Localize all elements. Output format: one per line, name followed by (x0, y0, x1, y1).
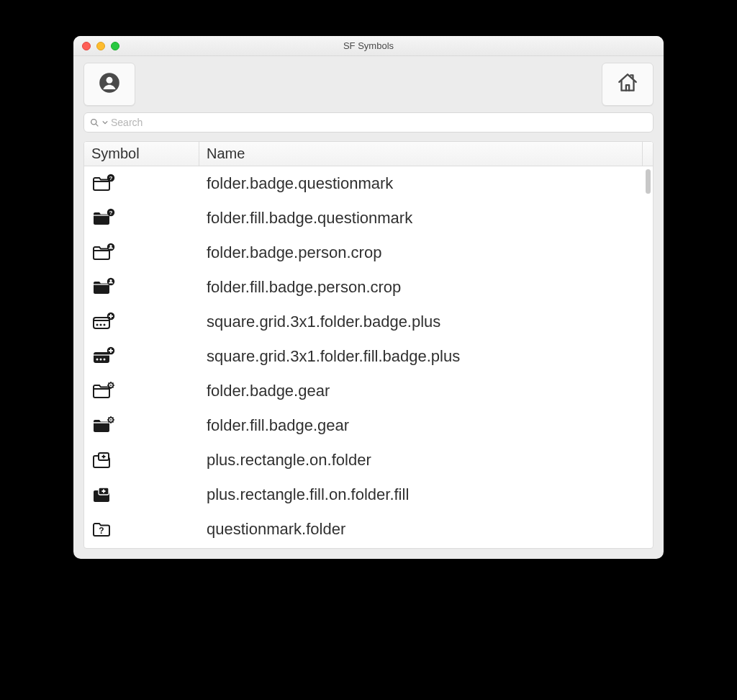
symbol-cell (84, 208, 199, 228)
house-icon (615, 71, 640, 98)
name-cell: folder.badge.questionmark (199, 174, 653, 193)
table-row[interactable]: folder.fill.badge.person.crop (84, 270, 653, 305)
name-cell: folder.badge.person.crop (199, 243, 653, 262)
column-header-name[interactable]: Name (199, 142, 643, 166)
table-row[interactable]: folder.badge.questionmark (84, 166, 653, 201)
name-cell: plus.rectangle.on.folder (199, 451, 653, 470)
symbol-cell (84, 519, 199, 539)
toolbar (73, 56, 664, 112)
symbol-cell (84, 416, 199, 436)
folder-fill-badge-gear-icon (91, 416, 116, 436)
name-cell: folder.fill.badge.questionmark (199, 209, 653, 228)
table-row[interactable]: plus.rectangle.fill.on.folder.fill (84, 477, 653, 512)
table-row[interactable]: questionmark.folder (84, 512, 653, 547)
svg-point-2 (91, 119, 96, 124)
name-cell: square.grid.3x1.folder.fill.badge.plus (199, 347, 653, 366)
profile-button[interactable] (83, 63, 135, 106)
window-controls (73, 42, 119, 50)
name-cell: folder.fill.badge.person.crop (199, 278, 653, 297)
symbol-cell (84, 277, 199, 297)
symbol-cell (84, 243, 199, 263)
table-row[interactable]: square.grid.3x1.folder.fill.badge.plus (84, 339, 653, 374)
table-row[interactable]: folder.badge.person.crop (84, 235, 653, 270)
search-field[interactable] (83, 112, 654, 133)
zoom-window-button[interactable] (111, 42, 119, 50)
folder-badge-person-icon (91, 243, 116, 263)
titlebar: SF Symbols (73, 36, 664, 56)
table-row[interactable]: folder.fill.badge.questionmark (84, 201, 653, 235)
square-grid-folder-badge-plus-icon (91, 312, 116, 332)
symbol-cell (84, 346, 199, 367)
svg-point-1 (107, 77, 113, 84)
square-grid-folder-fill-badge-plus-icon (91, 346, 116, 367)
app-window: SF Symbols (73, 36, 664, 559)
name-cell: folder.fill.badge.gear (199, 416, 653, 435)
folder-badge-gear-icon (91, 381, 116, 401)
column-header-symbol[interactable]: Symbol (84, 142, 199, 166)
plus-rectangle-on-folder-icon (91, 450, 116, 470)
table-row[interactable]: square.grid.3x1.folder.badge.plus (84, 305, 653, 339)
table-body[interactable]: folder.badge.questionmarkfolder.fill.bad… (84, 166, 653, 548)
svg-line-3 (96, 124, 98, 126)
table-row[interactable]: folder.fill.badge.gear (84, 408, 653, 443)
questionmark-folder-icon (91, 519, 116, 539)
symbol-cell (84, 485, 199, 505)
close-window-button[interactable] (82, 42, 91, 50)
name-cell: folder.badge.gear (199, 382, 653, 400)
home-button[interactable] (602, 63, 654, 106)
search-input[interactable] (111, 117, 647, 128)
folder-fill-badge-person-icon (91, 277, 116, 297)
folder-fill-badge-questionmark-icon (91, 208, 116, 228)
person-circle-icon (97, 71, 122, 98)
table-header: Symbol Name (84, 142, 653, 166)
minimize-window-button[interactable] (96, 42, 105, 50)
folder-badge-questionmark-icon (91, 174, 116, 194)
search-icon (90, 118, 99, 127)
name-cell: questionmark.folder (199, 520, 653, 539)
symbol-cell (84, 381, 199, 401)
name-cell: square.grid.3x1.folder.badge.plus (199, 313, 653, 331)
name-cell: plus.rectangle.fill.on.folder.fill (199, 485, 653, 504)
table-row[interactable]: plus.rectangle.on.folder (84, 443, 653, 477)
table-row[interactable]: folder.badge.gear (84, 374, 653, 408)
chevron-down-icon[interactable] (102, 120, 108, 125)
scrollbar-thumb[interactable] (646, 169, 651, 194)
symbol-cell (84, 450, 199, 470)
plus-rectangle-fill-on-folder-fill-icon (91, 485, 116, 505)
window-title: SF Symbols (73, 40, 664, 51)
symbol-cell (84, 312, 199, 332)
symbols-table: Symbol Name folder.badge.questionmarkfol… (83, 141, 654, 549)
symbol-cell (84, 174, 199, 194)
